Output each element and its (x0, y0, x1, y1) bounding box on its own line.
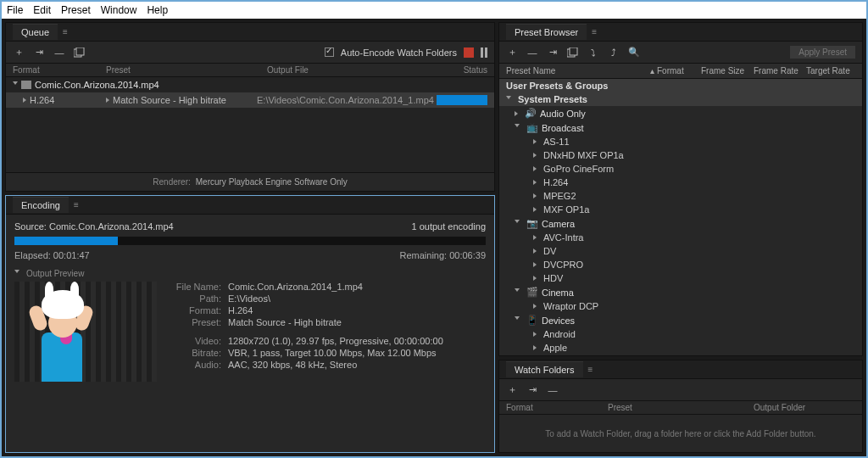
renderer-value[interactable]: Mercury Playback Engine Software Only (196, 177, 348, 187)
preset-item[interactable]: MXF OP1a (499, 203, 862, 216)
apply-preset-button[interactable]: Apply Preset (790, 46, 855, 59)
user-presets-header[interactable]: User Presets & Groups (499, 79, 862, 92)
svg-rect-3 (570, 47, 577, 55)
category-broadcast[interactable]: 📺Broadcast (499, 120, 862, 135)
broadcast-icon: 📺 (526, 122, 538, 133)
add-source-icon[interactable]: ＋ (13, 47, 25, 59)
category-audio-only[interactable]: 🔊Audio Only (499, 106, 862, 120)
preset-item[interactable]: DVCPRO (499, 258, 862, 271)
watch-folders-panel: Watch Folders ≡ ＋ ⇥ — Format Preset Outp… (498, 360, 863, 453)
menubar: File Edit Preset Window Help (2, 2, 866, 19)
preset-item[interactable]: Wraptor DCP (499, 299, 862, 313)
disclosure-icon[interactable] (515, 111, 518, 116)
category-cinema[interactable]: 🎬Cinema (499, 285, 862, 299)
audio-icon: 🔊 (525, 108, 537, 119)
output-path[interactable]: E:\Videos\Comic.Con.Arizona.2014_1.mp4 (257, 95, 437, 105)
preset-browser-tab[interactable]: Preset Browser (506, 24, 587, 40)
col-preset-name[interactable]: Preset Name (506, 66, 647, 75)
preset-item[interactable]: Apple (499, 341, 862, 355)
disclosure-icon[interactable] (515, 316, 520, 322)
queue-output-row[interactable]: H.264 Match Source - High bitrate E:\Vid… (6, 92, 494, 108)
encoding-source: Source: Comic.Con.Arizona.2014.mp4 (14, 221, 174, 232)
preset-settings-icon[interactable] (567, 47, 579, 59)
preset-item[interactable]: GoPro CineForm (499, 162, 862, 176)
preview-label: Output Preview (26, 269, 84, 278)
status-progress (437, 95, 487, 105)
output-format[interactable]: H.264 (30, 95, 106, 105)
preset-item[interactable]: DV (499, 244, 862, 258)
system-presets-header[interactable]: System Presets (499, 92, 862, 106)
col-output-folder: Output Folder (754, 403, 855, 412)
col-status: Status (445, 65, 487, 75)
add-output-icon[interactable]: ⇥ (526, 384, 538, 396)
queue-item-name: Comic.Con.Arizona.2014.mp4 (35, 80, 159, 90)
pause-queue-button[interactable] (481, 47, 487, 58)
disclosure-icon[interactable] (515, 220, 520, 226)
auto-encode-checkbox[interactable] (325, 47, 334, 57)
disclosure-icon[interactable] (515, 288, 520, 294)
col-target-rate[interactable]: Target Rate (806, 66, 855, 75)
import-preset-icon[interactable]: ⤵ (587, 47, 599, 59)
cinema-icon: 🎬 (526, 287, 538, 298)
new-group-icon[interactable]: ⇥ (547, 47, 559, 59)
add-folder-icon[interactable]: ＋ (506, 384, 518, 396)
preset-item[interactable]: AVC-Intra (499, 231, 862, 244)
disclosure-icon[interactable] (515, 124, 520, 130)
menu-preset[interactable]: Preset (61, 4, 91, 16)
duplicate-icon[interactable] (74, 47, 86, 59)
col-preset: Preset (608, 403, 754, 412)
disclosure-icon[interactable] (23, 98, 26, 103)
col-frame-size[interactable]: Frame Size (701, 66, 754, 75)
watch-folders-tab[interactable]: Watch Folders (506, 361, 583, 377)
col-output: Output File (267, 65, 445, 75)
menu-window[interactable]: Window (101, 4, 137, 16)
media-icon (21, 81, 31, 89)
preset-item[interactable]: MPEG2 (499, 189, 862, 203)
renderer-label: Renderer: (153, 177, 190, 187)
disclosure-icon[interactable] (14, 270, 19, 276)
queue-item[interactable]: Comic.Con.Arizona.2014.mp4 (6, 77, 494, 92)
queue-panel: Queue ≡ ＋ ⇥ — Auto-Encode Watch Folders (5, 22, 495, 192)
search-icon[interactable]: 🔍 (628, 47, 640, 59)
preset-item[interactable]: AS-11 (499, 135, 862, 148)
devices-icon: 📱 (526, 315, 538, 326)
disclosure-icon[interactable] (506, 96, 511, 102)
encoding-tab[interactable]: Encoding (13, 197, 69, 213)
remove-folder-icon[interactable]: — (547, 384, 559, 396)
disclosure-icon[interactable] (106, 98, 109, 103)
col-format[interactable]: Format (657, 66, 701, 75)
stop-queue-button[interactable] (464, 47, 474, 58)
preset-item[interactable]: Kindle (499, 355, 862, 355)
col-format: Format (13, 65, 106, 75)
menu-edit[interactable]: Edit (33, 4, 51, 16)
panel-menu-icon[interactable]: ≡ (588, 365, 593, 374)
sort-arrow-icon: ▴ (647, 66, 657, 75)
remove-icon[interactable]: — (53, 47, 65, 59)
elapsed-time: Elapsed: 00:01:47 (14, 250, 90, 260)
menu-help[interactable]: Help (147, 4, 168, 16)
encoding-count: 1 output encoding (412, 221, 486, 232)
category-devices[interactable]: 📱Devices (499, 313, 862, 327)
output-preview-thumbnail (14, 282, 157, 382)
disclosure-icon[interactable] (13, 81, 18, 87)
watch-empty-message: To add a Watch Folder, drag a folder her… (499, 415, 862, 452)
add-output-icon[interactable]: ⇥ (33, 47, 45, 59)
preset-item[interactable]: Android (499, 327, 862, 341)
panel-menu-icon[interactable]: ≡ (74, 200, 79, 209)
output-preset[interactable]: Match Source - High bitrate (113, 95, 257, 105)
panel-menu-icon[interactable]: ≡ (63, 27, 68, 36)
remaining-time: Remaining: 00:06:39 (399, 250, 486, 260)
preset-item[interactable]: DNxHD MXF OP1a (499, 148, 862, 162)
queue-tab[interactable]: Queue (13, 24, 58, 40)
export-preset-icon[interactable]: ⤴ (608, 47, 620, 59)
new-preset-icon[interactable]: ＋ (506, 47, 518, 59)
panel-menu-icon[interactable]: ≡ (592, 27, 597, 36)
col-frame-rate[interactable]: Frame Rate (754, 66, 806, 75)
preset-item[interactable]: H.264 (499, 176, 862, 189)
preset-item[interactable]: HDV (499, 271, 862, 285)
category-camera[interactable]: 📷Camera (499, 216, 862, 231)
menu-file[interactable]: File (7, 4, 23, 16)
auto-encode-label: Auto-Encode Watch Folders (341, 47, 457, 58)
remove-preset-icon[interactable]: — (526, 47, 538, 59)
col-format: Format (506, 403, 608, 412)
